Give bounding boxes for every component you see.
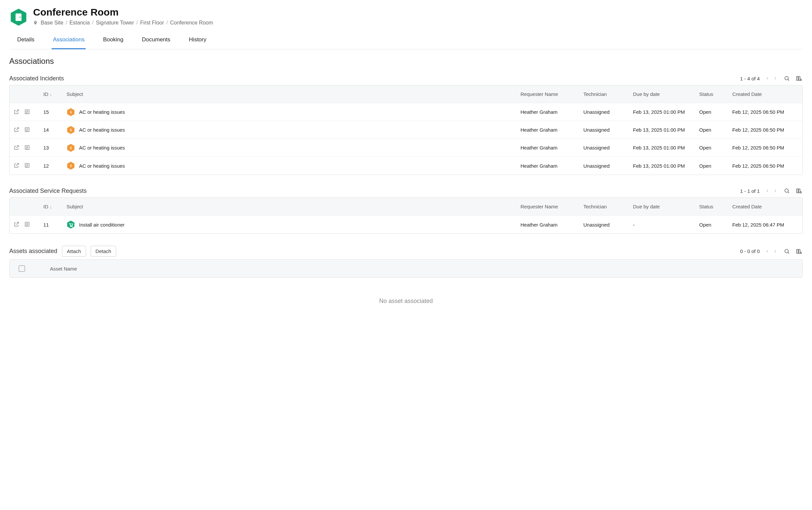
type-icon xyxy=(66,161,75,170)
svg-point-39 xyxy=(72,226,72,227)
svg-rect-5 xyxy=(796,77,798,80)
incidents-pager: 1 - 4 of 4 xyxy=(740,74,803,82)
service-requests-title: Associated Service Requests xyxy=(9,187,87,194)
detail-view-icon[interactable] xyxy=(24,109,31,115)
cell-technician: Unassigned xyxy=(583,222,633,228)
col-subject[interactable]: Subject xyxy=(66,204,521,209)
select-all-checkbox[interactable] xyxy=(19,265,25,272)
breadcrumb-item[interactable]: Conference Room xyxy=(170,20,213,26)
attach-button[interactable]: Attach xyxy=(62,246,86,257)
detail-view-icon[interactable] xyxy=(24,162,31,169)
col-due[interactable]: Due by date xyxy=(633,91,699,97)
col-id[interactable]: ID↓ xyxy=(44,91,66,97)
open-external-icon[interactable] xyxy=(13,221,20,228)
tab-details[interactable]: Details xyxy=(16,32,36,49)
detail-view-icon[interactable] xyxy=(24,221,31,228)
svg-point-40 xyxy=(785,249,788,253)
tab-history[interactable]: History xyxy=(187,32,208,49)
assets-empty-state: No asset associated xyxy=(9,278,803,311)
col-status[interactable]: Status xyxy=(699,91,732,97)
col-id[interactable]: ID↓ xyxy=(44,204,66,209)
tab-associations[interactable]: Associations xyxy=(52,32,86,49)
col-technician[interactable]: Technician xyxy=(583,204,633,209)
col-due[interactable]: Due by date xyxy=(633,204,699,209)
cell-subject: AC or heating issues xyxy=(79,109,125,115)
breadcrumb-item[interactable]: Base Site xyxy=(41,20,63,26)
table-row[interactable]: 13 AC or heating issues Heather Graham U… xyxy=(9,139,803,157)
service-pager: 1 - 1 of 1 xyxy=(740,187,803,195)
col-created[interactable]: Created Date xyxy=(732,204,799,209)
col-technician[interactable]: Technician xyxy=(583,91,633,97)
pager-next[interactable] xyxy=(772,75,779,82)
cell-requester: Heather Graham xyxy=(521,127,583,132)
tab-documents[interactable]: Documents xyxy=(141,32,172,49)
cell-created: Feb 12, 2025 06:50 PM xyxy=(732,163,799,169)
table-row[interactable]: 12 AC or heating issues Heather Graham U… xyxy=(9,157,803,175)
column-settings-icon[interactable] xyxy=(795,74,803,82)
svg-point-32 xyxy=(800,191,802,193)
assets-header: Assets associated Attach Detach 0 - 0 of… xyxy=(9,246,803,257)
breadcrumb-item[interactable]: Signature Tower xyxy=(96,20,134,26)
cell-id: 15 xyxy=(44,109,66,115)
pager-prev[interactable] xyxy=(764,248,771,255)
svg-rect-42 xyxy=(796,249,798,253)
svg-point-38 xyxy=(70,226,71,227)
col-requester[interactable]: Requester Name xyxy=(521,204,583,209)
cell-due: Feb 13, 2025 01:00 PM xyxy=(633,145,699,150)
column-settings-icon[interactable] xyxy=(795,247,803,255)
search-icon[interactable] xyxy=(783,247,791,255)
search-icon[interactable] xyxy=(783,74,791,82)
service-requests-header: Associated Service Requests 1 - 1 of 1 xyxy=(9,187,803,195)
incidents-thead: ID↓ Subject Requester Name Technician Du… xyxy=(9,85,803,103)
detail-view-icon[interactable] xyxy=(24,127,31,133)
cell-created: Feb 12, 2025 06:50 PM xyxy=(732,145,799,150)
col-subject[interactable]: Subject xyxy=(66,91,521,97)
cell-subject: AC or heating issues xyxy=(79,163,125,169)
pager-prev[interactable] xyxy=(764,75,771,82)
table-row[interactable]: 14 AC or heating issues Heather Graham U… xyxy=(9,121,803,139)
open-external-icon[interactable] xyxy=(13,145,20,151)
search-icon[interactable] xyxy=(783,187,791,195)
pager-next[interactable] xyxy=(772,187,779,194)
assets-pager: 0 - 0 of 0 xyxy=(740,247,803,255)
service-requests-table: ID↓ Subject Requester Name Technician Du… xyxy=(9,198,803,234)
svg-point-28 xyxy=(785,189,788,192)
cell-requester: Heather Graham xyxy=(521,145,583,150)
col-asset-name[interactable]: Asset Name xyxy=(30,266,799,272)
open-external-icon[interactable] xyxy=(13,127,20,133)
svg-line-4 xyxy=(788,79,789,80)
col-status[interactable]: Status xyxy=(699,204,732,209)
cell-id: 12 xyxy=(44,163,66,169)
svg-point-2 xyxy=(20,17,21,18)
cell-status: Open xyxy=(699,222,732,228)
location-icon xyxy=(33,21,38,25)
col-created[interactable]: Created Date xyxy=(732,91,799,97)
table-row[interactable]: 15 AC or heating issues Heather Graham U… xyxy=(9,103,803,121)
cell-technician: Unassigned xyxy=(583,145,633,150)
cell-status: Open xyxy=(699,127,732,132)
pager-next[interactable] xyxy=(772,248,779,255)
breadcrumb-item[interactable]: Estancia xyxy=(69,20,90,26)
open-external-icon[interactable] xyxy=(13,109,20,115)
svg-point-3 xyxy=(785,77,788,80)
open-external-icon[interactable] xyxy=(13,162,20,169)
tab-booking[interactable]: Booking xyxy=(102,32,124,49)
cell-requester: Heather Graham xyxy=(521,109,583,115)
pager-text: 0 - 0 of 0 xyxy=(740,248,760,254)
breadcrumb-item[interactable]: First Floor xyxy=(140,20,164,26)
col-requester[interactable]: Requester Name xyxy=(521,91,583,97)
column-settings-icon[interactable] xyxy=(795,187,803,195)
svg-line-41 xyxy=(788,252,789,253)
pager-text: 1 - 4 of 4 xyxy=(740,76,760,81)
detail-view-icon[interactable] xyxy=(24,145,31,151)
incidents-header: Associated Incidents 1 - 4 of 4 xyxy=(9,74,803,82)
svg-point-7 xyxy=(800,79,802,81)
detach-button[interactable]: Detach xyxy=(91,246,116,257)
cell-technician: Unassigned xyxy=(583,109,633,115)
table-row[interactable]: 11 Install air conditioner Heather Graha… xyxy=(9,216,803,234)
cell-due: Feb 13, 2025 01:00 PM xyxy=(633,127,699,132)
cell-status: Open xyxy=(699,145,732,150)
sort-desc-icon: ↓ xyxy=(50,92,52,97)
cell-due: Feb 13, 2025 01:00 PM xyxy=(633,109,699,115)
pager-prev[interactable] xyxy=(764,187,771,194)
